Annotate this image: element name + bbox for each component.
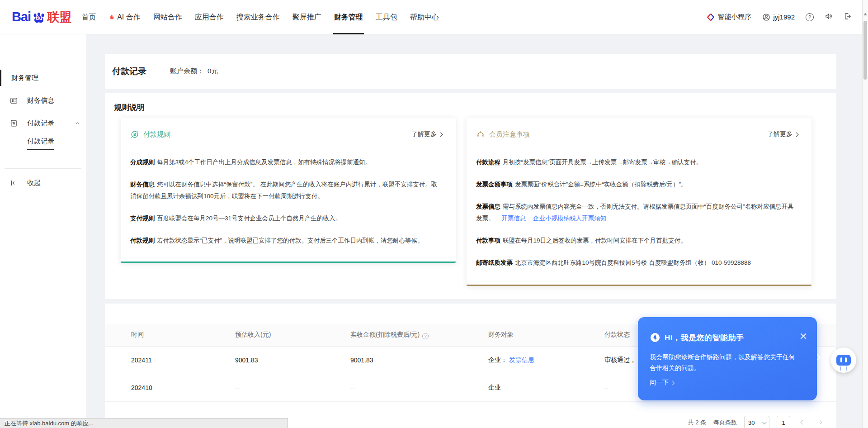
col-header-actual-amount: 实收金额(扣除税费后/元)	[350, 324, 488, 346]
balance-value: 0元	[208, 67, 218, 76]
sidebar: 财务管理 财务信息 付款记录 付款记录 收起	[0, 34, 86, 428]
coin-icon	[130, 130, 139, 139]
balance-label: 账户余额：	[170, 67, 204, 76]
ask-assistant-link[interactable]: 问一下	[650, 379, 674, 387]
nav-item-screen-promotion[interactable]: 聚屏推广	[286, 0, 328, 34]
col-header-time: 时间	[105, 324, 235, 346]
cell-finance-object: 企业： 发票信息	[488, 346, 604, 374]
cell-actual: --	[350, 374, 488, 401]
pagination: 共 2 条 每页条数 30 1	[688, 416, 825, 428]
small-taxpayer-notice-link[interactable]: 企业小规模纳税人开票须知	[533, 215, 606, 222]
rules-section-title: 规则说明	[114, 102, 145, 113]
rule-paragraph: 付款流程月初按“发票信息”页面开具发票→上传发票→邮寄发票→审核→确认支付。	[476, 157, 798, 168]
nav-item-app-cooperation[interactable]: 应用合作	[189, 0, 230, 34]
assistant-greeting: Hi，我是您的智能助手	[665, 333, 744, 343]
assistant-robot-button[interactable]	[831, 347, 856, 373]
rule-paragraph: 付款事项联盟在每月19日之后签收的发票，付款时间安排在下个月首批支付。	[476, 235, 798, 247]
smart-assistant-popup: Hi，我是您的智能助手 我会帮助您诊断合作链路问题，以及解答您关于任何合作相关的…	[638, 317, 817, 400]
logo-du-text: du	[36, 15, 42, 21]
payment-rules-title: 付款规则	[143, 130, 170, 139]
smart-mini-program-icon	[707, 13, 715, 21]
id-card-icon	[10, 97, 18, 105]
nav-item-help-center[interactable]: 帮助中心	[404, 0, 445, 34]
sidebar-group-finance-management[interactable]: 财务管理	[0, 72, 86, 83]
nav-item-toolkit[interactable]: 工具包	[369, 0, 404, 34]
user-icon	[762, 13, 770, 21]
logout-icon[interactable]	[844, 12, 852, 22]
nav-item-ai-cooperation[interactable]: AI 合作	[102, 0, 147, 34]
nav-utilities: 智能小程序 jyj1992	[707, 12, 852, 22]
rule-paragraph: 分成规则每月第3或4个工作日产出上月分成信息及发票信息，如有特殊情况将提前通知。	[130, 157, 442, 168]
cell-time: 202411	[105, 346, 235, 374]
next-page-button[interactable]	[815, 418, 825, 428]
browser-status-bar: 正在等待 xlab.baidu.com 的响应...	[0, 418, 288, 428]
previous-page-button[interactable]	[797, 418, 807, 428]
payment-rules-more-link[interactable]: 了解更多	[411, 130, 442, 138]
payment-summary-card: 付款记录 账户余额： 0元	[105, 54, 836, 89]
cell-estimated: --	[235, 374, 350, 401]
total-count: 共 2 条	[688, 418, 706, 427]
cell-estimated: 9001.83	[235, 346, 350, 374]
rule-paragraph: 邮寄纸质发票北京市海淀区西北旺东路10号院百度科技园5号楼 百度联盟财务组（收）…	[476, 257, 798, 269]
chevron-right-icon	[439, 132, 443, 137]
page-size-select[interactable]: 30	[744, 416, 769, 428]
nav-item-website-cooperation[interactable]: 网站合作	[147, 0, 189, 34]
vertical-scrollbar[interactable]	[862, 0, 868, 428]
close-icon[interactable]	[800, 333, 807, 340]
main-menu: 首页 AI 合作 网站合作 应用合作 搜索业务合作 聚屏推广 财务管理 工具包 …	[75, 0, 445, 34]
scrollbar-thumb[interactable]	[863, 21, 867, 80]
col-header-finance-object: 财务对象	[488, 324, 604, 346]
help-icon[interactable]	[806, 13, 814, 21]
compass-icon	[650, 332, 660, 343]
rule-paragraph: 支付规则百度联盟会在每月20号—31号支付企业会员上个自然月产生的收入。	[130, 213, 442, 224]
cell-finance-object: 企业	[488, 374, 604, 401]
badge-icon	[10, 119, 18, 127]
page-number-1[interactable]: 1	[777, 416, 790, 428]
collapse-icon	[10, 179, 18, 187]
sidebar-divider	[5, 168, 81, 169]
assistant-description: 我会帮助您诊断合作链路问题，以及解答您关于任何合作相关的问题。	[650, 352, 799, 373]
sidebar-collapse-button[interactable]: 收起	[0, 177, 86, 188]
chevron-down-icon	[762, 420, 767, 424]
logo-union-text: 联盟	[47, 9, 71, 25]
nav-item-search-business[interactable]: 搜索业务合作	[230, 0, 286, 34]
chevron-up-icon	[75, 120, 80, 126]
nav-item-home[interactable]: 首页	[75, 0, 102, 34]
logo-bai-text: Bai	[12, 10, 31, 24]
nav-item-finance-management[interactable]: 财务管理	[328, 0, 369, 34]
flame-icon	[108, 13, 115, 21]
service-bell-icon	[476, 130, 485, 139]
rule-paragraph: 发票信息需与系统内发票信息内容完全一致，否则无法支付。请根据发票信息页面中“百度…	[476, 201, 798, 224]
member-notes-card: 会员注意事项 了解更多 付款流程月初按“发票信息”页面开具发票→上传发票→邮寄发…	[467, 118, 811, 286]
invoice-info-row-link[interactable]: 发票信息	[509, 356, 534, 363]
info-icon[interactable]	[422, 333, 429, 339]
sidebar-item-finance-info[interactable]: 财务信息	[0, 95, 86, 106]
invoice-info-link[interactable]: 开票信息	[501, 215, 526, 222]
rules-section: 规则说明 付款规则 了解更多 分成规则每月第3或4个工作日产出上月分成信息及发票…	[105, 93, 836, 299]
scroll-up-arrow-icon[interactable]	[863, 13, 867, 15]
payment-rules-card: 付款规则 了解更多 分成规则每月第3或4个工作日产出上月分成信息及发票信息，如有…	[121, 118, 456, 263]
cell-actual: 9001.83	[350, 346, 488, 374]
top-navigation: Bai du 联盟 首页 AI 合作 网站合作 应用合作 搜索业务合作 聚屏推广…	[0, 0, 868, 34]
page-size-label: 每页条数	[713, 418, 737, 427]
chevron-right-icon	[670, 380, 675, 385]
sidebar-item-payment-records[interactable]: 付款记录	[0, 118, 86, 128]
rule-paragraph: 财务信息您可以在财务信息中选择“保留付款”。 在此期间您产生的收入将在账户内进行…	[130, 179, 442, 202]
rule-paragraph: 付款规则若付款状态显示“已支付”，说明联盟已安排了您的付款。支付后三个工作日内到…	[130, 235, 442, 247]
sidebar-subitem-payment-records[interactable]: 付款记录	[0, 138, 86, 149]
page-title: 付款记录	[112, 66, 146, 77]
rule-paragraph: 发票金额事项发票票面“价税合计”金额=系统中“实收金额（扣除税费后/元）”。	[476, 179, 798, 190]
baidu-union-logo[interactable]: Bai du 联盟	[12, 9, 71, 25]
cell-time: 202410	[105, 374, 235, 401]
member-notes-title: 会员注意事项	[489, 130, 530, 139]
member-notes-more-link[interactable]: 了解更多	[767, 130, 798, 138]
chevron-right-icon	[794, 132, 799, 137]
robot-icon	[836, 355, 851, 366]
paw-icon: du	[31, 10, 47, 25]
mini-program-link[interactable]: 智能小程序	[707, 13, 751, 21]
user-account[interactable]: jyj1992	[762, 13, 795, 21]
col-header-estimated-income: 预估收入(元)	[235, 324, 350, 346]
sound-icon[interactable]	[825, 12, 833, 22]
